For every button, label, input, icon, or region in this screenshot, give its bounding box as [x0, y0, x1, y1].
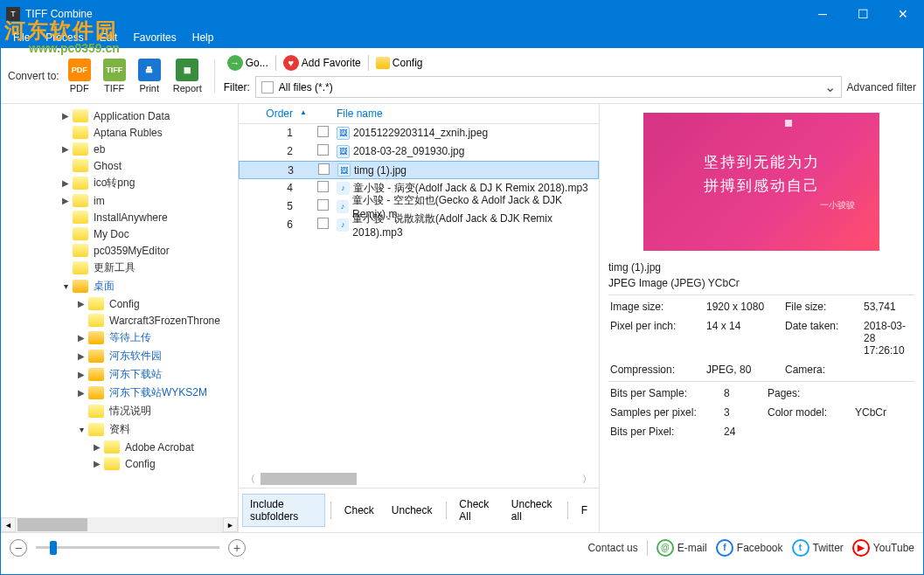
checkbox[interactable]	[318, 163, 330, 175]
checkbox[interactable]	[317, 144, 329, 156]
tree-item[interactable]: Ghost	[1, 157, 238, 174]
tree-item[interactable]: Warcraft3FrozenThrone	[1, 312, 238, 329]
tree-label: 更新工具	[94, 260, 135, 275]
folder-icon	[104, 440, 120, 454]
scroll-left-icon[interactable]: 〈	[246, 473, 255, 486]
twitter-link[interactable]: tTwitter	[792, 539, 844, 557]
folder-tree[interactable]: ▶Application DataAptana Rubles▶ebGhost▶i…	[1, 104, 238, 532]
chevron-icon: ▶	[60, 178, 71, 188]
col-filename[interactable]: File name	[337, 107, 594, 120]
scroll-right-button[interactable]: ►	[223, 517, 238, 532]
list-row[interactable]: 1🖼20151229203114_zxnih.jpeg	[239, 124, 599, 142]
tree-item[interactable]: ▶eb	[1, 141, 238, 157]
tree-item[interactable]: InstallAnywhere	[1, 209, 238, 225]
tree-item[interactable]: 情况说明	[1, 402, 238, 420]
tree-item[interactable]: ▾桌面	[1, 277, 238, 295]
convert-pdf-button[interactable]: PDF PDF	[65, 57, 94, 95]
tree-label: 桌面	[94, 279, 115, 294]
go-button[interactable]: → Go...	[224, 53, 272, 73]
advanced-filter-link[interactable]: Advanced filter	[847, 81, 916, 94]
tree-item[interactable]: ▶im	[1, 192, 238, 209]
menu-favorites[interactable]: Favorites	[126, 30, 183, 45]
zoom-in-button[interactable]: +	[228, 539, 246, 557]
tree-item[interactable]: My Doc	[1, 225, 238, 242]
tree-item[interactable]: ▾资料	[1, 420, 238, 439]
folder-icon	[88, 368, 104, 381]
checkbox[interactable]	[317, 181, 329, 192]
chevron-icon: ▶	[92, 442, 102, 452]
tree-item[interactable]: ▶河东下载站WYKS2M	[1, 384, 238, 402]
tiff-icon: TIFF	[103, 59, 126, 81]
zoom-slider[interactable]	[36, 546, 219, 549]
tree-item[interactable]: ▶Config	[1, 295, 238, 312]
tree-item[interactable]: 更新工具	[1, 259, 238, 277]
folder-icon	[88, 314, 104, 327]
print-button[interactable]: 🖶 Print	[135, 57, 164, 95]
folder-icon	[73, 177, 88, 190]
email-icon: @	[657, 539, 674, 557]
tree-item[interactable]: pc0359MyEditor	[1, 242, 238, 259]
list-row[interactable]: 6♪童小骏 - 说散就散(Adolf Jack & DJK Remix 2018…	[239, 216, 599, 234]
sort-asc-icon	[300, 107, 317, 120]
menu-help[interactable]: Help	[185, 30, 221, 45]
preview-image: 坚持到无能为力 拼搏到感动自己 一小骏骏	[643, 113, 879, 251]
tree-item[interactable]: Aptana Rubles	[1, 124, 238, 141]
convert-tiff-button[interactable]: TIFF TIFF	[100, 57, 129, 95]
check-button[interactable]: Check	[337, 500, 382, 521]
menu-process[interactable]: Process	[38, 30, 90, 45]
folder-icon	[73, 261, 88, 274]
zoom-thumb[interactable]	[50, 541, 57, 555]
minimize-button[interactable]: ─	[802, 1, 843, 27]
menu-edit[interactable]: Edit	[93, 30, 125, 45]
facebook-link[interactable]: fFacebook	[716, 539, 783, 557]
uncheck-button[interactable]: Uncheck	[384, 500, 441, 521]
list-row[interactable]: 2🖼2018-03-28_091930.jpg	[239, 142, 599, 161]
tree-item[interactable]: ▶Application Data	[1, 107, 238, 124]
check-all-button[interactable]: Check All	[451, 494, 502, 527]
folder-icon	[73, 142, 88, 156]
contact-us-link[interactable]: Contact us	[587, 542, 637, 554]
list-horizontal-scrollbar[interactable]: 〈 〉	[239, 470, 599, 488]
zoom-out-button[interactable]: −	[10, 539, 27, 557]
file-list[interactable]: 1🖼20151229203114_zxnih.jpeg2🖼2018-03-28_…	[239, 124, 599, 234]
checkbox[interactable]	[317, 218, 329, 229]
chevron-icon: ▶	[60, 196, 71, 205]
col-order[interactable]: Order	[244, 107, 300, 120]
scroll-right-icon[interactable]: 〉	[582, 473, 592, 486]
tree-label: eb	[94, 143, 105, 156]
f-button[interactable]: F	[573, 500, 595, 521]
folder-icon	[73, 194, 88, 207]
image-file-icon: 🖼	[337, 127, 350, 140]
folder-icon	[88, 423, 104, 436]
email-link[interactable]: @E-mail	[657, 539, 707, 557]
maximize-button[interactable]: ☐	[843, 1, 883, 27]
tree-item[interactable]: ▶Adobe Acrobat	[1, 439, 238, 455]
filter-select[interactable]: All files (*.*) ⌄	[255, 76, 842, 98]
add-favorite-button[interactable]: ♥ Add Favorite	[280, 53, 365, 73]
folder-icon	[104, 457, 120, 470]
scroll-thumb[interactable]	[17, 518, 87, 531]
tree-horizontal-scrollbar[interactable]: ◄ ►	[1, 517, 238, 532]
checkbox[interactable]	[317, 126, 329, 137]
tree-item[interactable]: ▶ico转png	[1, 174, 238, 192]
chevron-icon: ▶	[60, 144, 71, 154]
tree-item[interactable]: ▶等待上传	[1, 329, 238, 347]
tree-label: ico转png	[94, 176, 135, 191]
chevron-icon: ▶	[76, 333, 87, 343]
config-button[interactable]: Config	[372, 55, 427, 71]
tree-item[interactable]: ▶河东软件园	[1, 347, 238, 365]
tree-item[interactable]: ▶Config	[1, 455, 238, 472]
tree-item[interactable]: ▶河东下载站	[1, 365, 238, 384]
chevron-icon: ▶	[60, 111, 71, 121]
tree-label: Config	[125, 458, 156, 470]
list-row[interactable]: 3🖼timg (1).jpg	[239, 161, 599, 179]
scroll-thumb[interactable]	[261, 473, 357, 485]
checkbox[interactable]	[317, 199, 329, 211]
close-button[interactable]: ✕	[883, 1, 923, 27]
uncheck-all-button[interactable]: Uncheck all	[504, 494, 562, 527]
menu-file[interactable]: File	[6, 30, 37, 45]
report-button[interactable]: ▦ Report	[170, 57, 205, 95]
youtube-link[interactable]: ▶YouTube	[852, 539, 914, 557]
include-subfolders-button[interactable]: Include subfolders	[242, 494, 325, 527]
scroll-left-button[interactable]: ◄	[1, 517, 16, 532]
